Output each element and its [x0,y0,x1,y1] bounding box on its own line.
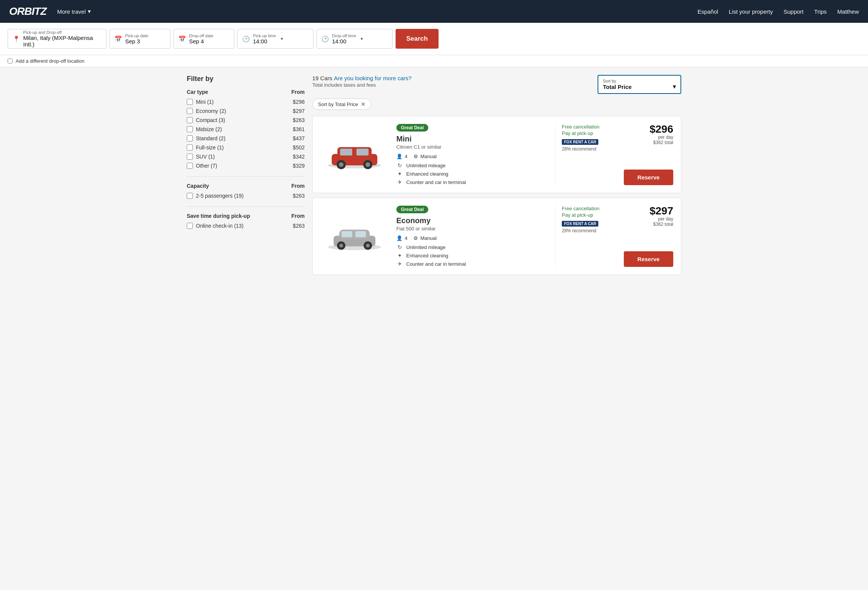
sort-chevron [673,83,676,90]
dropoff-clock-icon: 🕑 [321,35,329,43]
main-layout: Filter by Car type From Mini (1) $296 Ec… [179,67,689,287]
car-recommend-1: 28% recommend [562,228,596,233]
save-time-filter: Save time during pick-up From Online che… [187,213,305,229]
person-icon-1: 👤 [396,235,402,241]
dropoff-date-field[interactable]: 📅 Drop-off date Sep 4 [173,29,234,49]
car-feature-icon-2: ✈ [396,261,403,267]
svg-point-17 [366,244,370,247]
car-image-col-0 [320,124,389,185]
sort-label: Sort by [603,79,676,83]
search-button[interactable]: Search [396,29,439,49]
svg-point-15 [339,244,343,247]
sort-total-price-tag[interactable]: Sort by Total Price ✕ [312,98,371,110]
dropoff-date-value: Sep 4 [189,38,213,44]
car-type-from: From [291,89,305,95]
pickup-time-field[interactable]: 🕑 Pick-up time 14:00 [237,29,313,49]
car-feature-icon-1: ✦ [396,252,403,259]
car-type-filter: Car type From Mini (1) $296 Economy (2) … [187,89,305,169]
dropoff-time-dropdown-arrow [361,36,363,41]
car-type-mini: Mini (1) $296 [187,99,305,105]
car-provider-1: FOX RENT A CAR [562,221,598,227]
svg-point-6 [339,162,343,167]
results-header: 19 Cars Are you looking for more cars? T… [312,75,681,94]
car-feature-0: ↻ Unlimited mileage [396,244,548,250]
online-checkin-checkbox[interactable] [187,223,193,229]
car-type-economy: Economy (2) $297 [187,108,305,114]
nav-right-links: Español List your property Support Trips… [698,8,859,15]
car-price-top-1: $297 per day $362 total [650,206,673,227]
car-features-1: ↻ Unlimited mileage ✦ Enhanced cleaning … [396,244,548,267]
reserve-button-1[interactable]: Reserve [624,251,673,267]
car-info-1: Great Deal Economy Fiat 500 or similar 👤… [396,206,548,267]
sort-select[interactable]: Sort by Total Price [598,75,681,94]
location-field[interactable]: 📍 Pick-up and Drop-off Milan, Italy (MXP… [8,29,107,49]
car-booking-col-0: Free cancellation Pay at pick-up FOX REN… [555,124,616,185]
different-dropoff-row: Add a different drop-off location [0,55,868,67]
car-type-suv-checkbox[interactable] [187,154,193,160]
gear-icon-1: ⚙ [413,235,418,241]
car-type-title-1: Economy [396,216,548,225]
pickup-date-label: Pick-up date [125,33,148,38]
car-feature-1: ✦ Enhanced cleaning [396,252,548,259]
svg-rect-3 [340,149,352,155]
orbitz-logo[interactable]: ORBITZ [9,5,46,17]
nav-support[interactable]: Support [784,8,804,15]
save-time-title: Save time during pick-up [187,213,250,219]
car-price-top-0: $296 per day $362 total [650,124,673,145]
remove-filter-icon[interactable]: ✕ [361,101,366,107]
pickup-date-field[interactable]: 📅 Pick-up date Sep 3 [110,29,170,49]
dropoff-calendar-icon: 📅 [178,35,186,43]
car-info-0: Great Deal Mini Citroen C1 or similar 👤 … [396,124,548,185]
location-label: Pick-up and Drop-off [23,30,102,35]
car-type-compact-checkbox[interactable] [187,117,193,123]
search-bar: 📍 Pick-up and Drop-off Milan, Italy (MXP… [0,23,868,55]
filter-divider-1 [187,176,305,177]
reserve-button-0[interactable]: Reserve [624,170,673,185]
car-type-other-checkbox[interactable] [187,163,193,169]
navbar: ORBITZ More travel Español List your pro… [0,0,868,23]
car-price-total-1: $362 total [650,222,673,227]
car-card-1: Great Deal Economy Fiat 500 or similar 👤… [312,198,681,275]
car-type-mini-checkbox[interactable] [187,99,193,105]
nav-espanol[interactable]: Español [698,8,718,15]
capacity-2-5: 2-5 passengers (19) $263 [187,193,305,199]
filter-tags: Sort by Total Price ✕ [312,98,681,110]
online-checkin: Online check-in (13) $263 [187,223,305,229]
car-type-midsize: Midsize (2) $361 [187,126,305,132]
car-price-col-0: $296 per day $362 total Reserve [624,124,673,185]
location-icon: 📍 [13,35,20,43]
car-price-main-0: $296 [650,124,673,135]
nav-trips[interactable]: Trips [814,8,827,15]
capacity-2-5-checkbox[interactable] [187,193,193,199]
svg-rect-4 [356,149,369,155]
save-time-from: From [291,213,305,219]
different-dropoff-checkbox[interactable] [8,59,13,63]
nav-user[interactable]: Matthew [837,8,859,15]
car-cancel-0: Free cancellation [562,124,599,130]
car-pass-trans-1: 👤 4 ⚙ Manual [396,235,548,241]
more-travel-chevron [88,8,91,15]
car-type-standard-checkbox[interactable] [187,135,193,141]
capacity-from: From [291,183,305,189]
car-feature-2: ✈ Counter and car in terminal [396,179,548,185]
car-cards-container: Great Deal Mini Citroen C1 or similar 👤 … [312,116,681,275]
car-type-midsize-checkbox[interactable] [187,126,193,132]
more-cars-link[interactable]: Are you looking for more cars? [334,75,412,81]
car-feature-0: ↻ Unlimited mileage [396,162,548,168]
car-type-economy-checkbox[interactable] [187,108,193,114]
pickup-time-dropdown-arrow [281,36,283,41]
more-travel-menu[interactable]: More travel [57,8,91,15]
dropoff-time-field[interactable]: 🕑 Drop-off time 14:00 [316,29,393,49]
sidebar: Filter by Car type From Mini (1) $296 Ec… [187,75,305,279]
car-pass-trans-0: 👤 4 ⚙ Manual [396,154,548,159]
car-type-fullsize-checkbox[interactable] [187,144,193,151]
car-booking-col-1: Free cancellation Pay at pick-up FOX REN… [555,206,616,267]
pickup-calendar-icon: 📅 [114,35,122,43]
nav-list-property[interactable]: List your property [729,8,773,15]
car-feature-icon-0: ↻ [396,162,403,168]
dropoff-date-label: Drop-off date [189,33,213,38]
svg-rect-13 [355,231,366,237]
car-recommend-0: 28% recommend [562,146,596,152]
location-value: Milan, Italy (MXP-Malpensa Intl.) [23,35,102,48]
car-feature-icon-2: ✈ [396,179,403,185]
